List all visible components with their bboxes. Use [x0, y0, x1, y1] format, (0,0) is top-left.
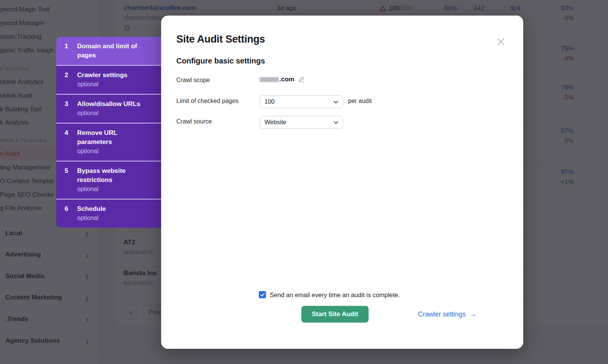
- section-heading: Configure basic settings: [176, 57, 265, 65]
- step-optional-label: optional: [77, 214, 147, 223]
- edit-pencil-icon[interactable]: [298, 76, 305, 83]
- step-optional-label: optional: [77, 185, 147, 194]
- site-audit-settings-modal: Site Audit Settings Configure basic sett…: [161, 16, 523, 349]
- chevron-down-icon: [334, 121, 338, 124]
- start-site-audit-button[interactable]: Start Site Audit: [301, 306, 369, 323]
- step-domain-and-limit[interactable]: 1 Domain and limit of pages: [56, 37, 161, 65]
- email-checkbox-label: Send an email every time an audit is com…: [270, 290, 400, 299]
- crawler-settings-link-label: Crawler settings: [418, 310, 466, 318]
- email-notification-row[interactable]: Send an email every time an audit is com…: [259, 290, 400, 299]
- step-number: 1: [65, 42, 77, 60]
- step-number: 2: [65, 71, 77, 89]
- email-checkbox[interactable]: [259, 291, 266, 298]
- step-remove-url-parameters[interactable]: 4 Remove URL parameters optional: [56, 123, 161, 161]
- modal-title: Site Audit Settings: [176, 33, 265, 45]
- crawler-settings-link[interactable]: Crawler settings →: [418, 310, 477, 318]
- crawl-scope-value: .com: [260, 76, 305, 83]
- site-audit-settings-stepper: 1 Domain and limit of pages 2 Crawler se…: [56, 37, 161, 228]
- step-title: Domain and limit of pages: [77, 42, 147, 60]
- step-bypass-website-restrictions[interactable]: 5 Bypass website restrictions optional: [56, 161, 161, 199]
- step-title: Schedule: [77, 204, 147, 214]
- step-number: 3: [65, 100, 77, 118]
- step-optional-label: optional: [77, 147, 147, 156]
- step-number: 6: [65, 204, 77, 223]
- limit-pages-value: 100: [264, 98, 275, 105]
- step-title: Remove URL parameters: [77, 128, 147, 147]
- step-title: Bypass website restrictions: [77, 166, 147, 185]
- chevron-down-icon: [334, 101, 338, 104]
- step-title: Allow/disallow URLs: [77, 100, 147, 109]
- crawl-source-label: Crawl source: [176, 118, 212, 125]
- limit-pages-select[interactable]: 100: [260, 95, 343, 108]
- crawl-source-value: Website: [264, 119, 287, 125]
- step-crawler-settings[interactable]: 2 Crawler settings optional: [56, 65, 161, 94]
- step-optional-label: optional: [77, 80, 147, 89]
- crawl-scope-suffix: .com: [279, 76, 294, 83]
- limit-pages-label: Limit of checked pages: [176, 98, 239, 104]
- close-icon[interactable]: [496, 36, 506, 47]
- arrow-right-icon: →: [469, 310, 477, 318]
- step-schedule[interactable]: 6 Schedule optional: [56, 199, 161, 228]
- crawl-source-select[interactable]: Website: [260, 116, 343, 129]
- step-number: 5: [65, 166, 77, 194]
- per-audit-label: per audit: [348, 98, 372, 104]
- step-optional-label: optional: [77, 109, 147, 118]
- redacted-domain: [260, 77, 279, 82]
- step-number: 4: [65, 128, 77, 156]
- crawl-scope-label: Crawl scope: [176, 77, 210, 84]
- step-title: Crawler settings: [77, 71, 147, 80]
- check-icon: [260, 293, 265, 297]
- step-allow-disallow-urls[interactable]: 3 Allow/disallow URLs optional: [56, 94, 161, 123]
